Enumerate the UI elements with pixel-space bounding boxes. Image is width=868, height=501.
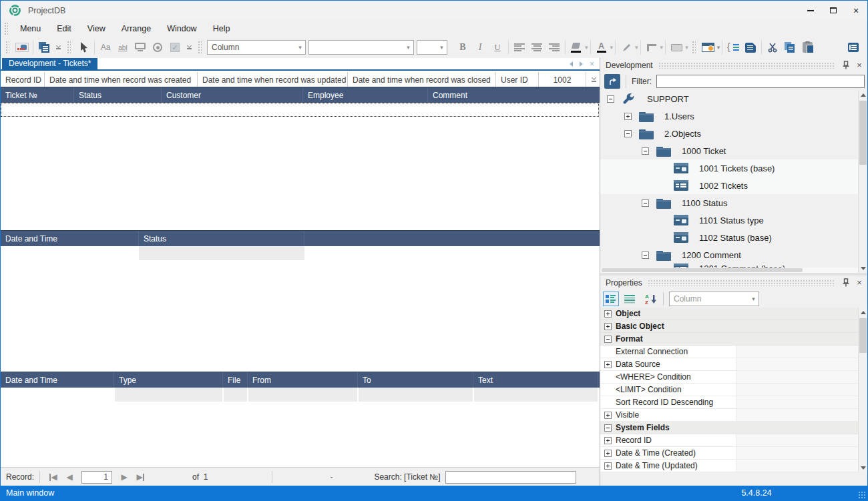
column-header[interactable]: Status [139,231,304,246]
expander-icon[interactable] [604,424,612,432]
panel-drag-area[interactable] [658,62,835,69]
field-header-cell[interactable]: Record ID [1,72,45,87]
chevron-down-icon[interactable]: ▾ [635,44,638,51]
list-view-icon[interactable] [622,292,638,306]
property-value[interactable] [736,358,858,370]
expander-icon[interactable] [604,437,612,444]
menu-item-window[interactable]: Window [159,20,204,37]
property-category[interactable]: Object [600,308,858,320]
tab-scroll-left-icon[interactable] [570,61,573,67]
expander-icon[interactable] [604,412,612,419]
column-header[interactable]: Customer [162,87,303,103]
status-log-grid-body[interactable] [1,260,600,372]
field-header-cell[interactable]: Date and time when record was closed [348,72,496,87]
chevron-down-icon[interactable]: ▾ [685,44,688,51]
toolbar-overflow-chevron[interactable] [54,45,62,49]
column-header[interactable]: Type [114,372,223,388]
tree-item[interactable]: 1002 Tickets [600,177,858,194]
field-header-overflow-chevron[interactable] [588,72,600,87]
align-center-icon[interactable] [528,39,546,56]
tab-scroll-right-icon[interactable] [580,61,583,67]
scroll-up-icon[interactable] [859,90,867,99]
expander-icon[interactable] [624,130,632,137]
checkbox-icon[interactable] [166,39,184,56]
record-number-input[interactable] [81,471,112,484]
property-row[interactable]: <LIMIT> Condition [600,384,858,396]
menubar-grip[interactable] [4,22,8,35]
next-record-button[interactable]: ▶ [116,470,132,484]
grid-cell[interactable] [248,388,357,402]
tree-item[interactable]: 1000 Ticket [600,142,858,159]
categorized-view-icon[interactable] [603,292,619,306]
column-header[interactable]: Comment [428,87,600,103]
copy-icon[interactable] [781,39,799,56]
chevron-down-icon[interactable]: ▾ [717,44,720,51]
close-icon[interactable]: × [854,278,865,288]
bold-button[interactable]: B [454,39,471,56]
messages-grid-body[interactable] [1,402,600,467]
property-row[interactable]: Data Source [600,358,858,371]
tab-development-tickets[interactable]: Development - Tickets* [2,58,97,69]
toolbar-grip[interactable] [67,41,71,54]
border-box-icon[interactable] [668,39,685,56]
toolbar-grip[interactable] [692,41,696,54]
tree-item[interactable]: 1200 Comment [600,246,858,264]
property-category[interactable]: System Fields [600,422,858,434]
column-header[interactable]: Status [74,87,162,103]
property-row[interactable]: Date & Time (Updated) [600,460,858,472]
expander-icon[interactable] [604,450,612,457]
expander-icon[interactable] [642,252,649,259]
messages-grid-row[interactable] [1,388,600,402]
pin-icon[interactable] [841,61,851,69]
tickets-grid-body[interactable] [1,117,600,230]
status-log-grid-row[interactable] [139,246,304,260]
expander-icon[interactable] [642,199,649,207]
properties-object-combo[interactable]: Column ▾ [669,292,759,306]
scroll-down-icon[interactable] [859,463,867,472]
underline-button[interactable]: U [489,39,506,56]
last-record-button[interactable]: ▶ [132,470,148,484]
scroll-up-icon[interactable] [859,308,867,317]
expander-icon[interactable] [604,462,612,470]
font-style-icon[interactable]: Aa [97,39,114,56]
menu-item-edit[interactable]: Edit [49,20,79,37]
scroll-down-icon[interactable] [859,264,867,273]
grid-cell[interactable] [474,388,598,402]
tree-item[interactable]: 1001 Tickets (base) [600,159,858,177]
filter-input[interactable] [656,75,865,88]
field-header-cell[interactable]: Date and time when record was created [45,72,198,87]
property-value[interactable] [736,409,858,421]
column-header[interactable]: To [358,372,473,388]
property-row[interactable]: <WHERE> Condition [600,371,858,384]
first-record-button[interactable]: ◀ [45,470,61,484]
menu-item-help[interactable]: Help [205,20,238,37]
column-header[interactable]: Employee [303,87,428,103]
property-row[interactable]: Sort Record ID Descending [600,396,858,409]
apply-filter-button[interactable] [604,74,620,89]
property-row[interactable]: Date & Time (Created) [600,447,858,460]
cut-icon[interactable] [764,39,781,56]
expander-icon[interactable] [607,95,614,103]
maximize-button[interactable] [822,1,845,20]
property-value[interactable] [736,434,858,446]
font-color-icon[interactable] [593,39,610,56]
panel-drag-area[interactable] [648,280,835,286]
close-button[interactable]: × [845,1,867,20]
font-size-combo[interactable]: ▾ [417,40,447,55]
align-right-icon[interactable] [546,39,563,56]
memo-icon[interactable] [845,39,862,56]
property-value[interactable] [736,460,858,472]
field-header-cell[interactable]: User ID [496,72,539,87]
field-header-cell[interactable]: Date and time when record was updated [198,72,348,87]
braces-list-icon[interactable] [724,39,742,56]
save-icon[interactable] [742,39,759,56]
tree-horizontal-scrollbar[interactable] [600,268,858,273]
menu-item-arrange[interactable]: Arrange [114,20,159,37]
search-input[interactable] [445,471,576,484]
expander-icon[interactable] [624,113,632,120]
scrollbar-thumb[interactable] [859,318,867,353]
scrollbar-thumb[interactable] [602,268,803,272]
pen-icon[interactable] [618,39,635,56]
properties-vertical-scrollbar[interactable] [858,308,867,472]
toolbar-grip[interactable] [198,41,202,54]
